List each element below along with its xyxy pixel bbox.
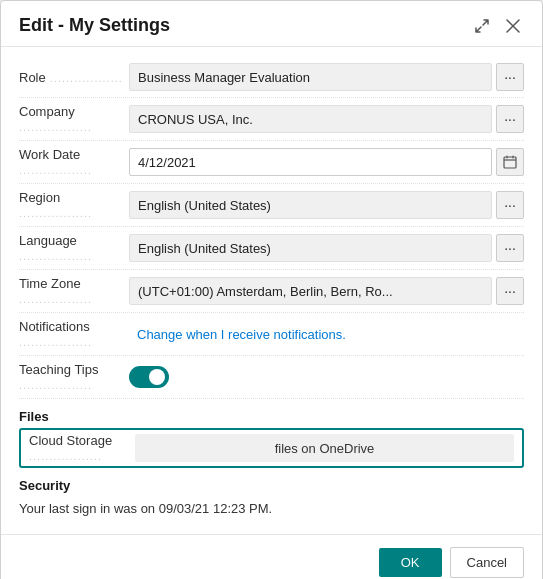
teaching-tips-toggle[interactable] [129,366,169,388]
timezone-label: Time Zone [19,276,129,306]
region-value-wrapper: English (United States) ··· [129,191,524,219]
notifications-value-wrapper: Change when I receive notifications. [129,322,524,347]
work-date-row: Work Date 4/12/2021 [19,141,524,184]
cancel-button[interactable]: Cancel [450,547,524,578]
language-value: English (United States) [129,234,492,262]
company-ellipsis-button[interactable]: ··· [496,105,524,133]
teaching-tips-toggle-wrapper [129,366,169,388]
files-section-label: Files [19,399,524,428]
language-row: Language English (United States) ··· [19,227,524,270]
cloud-storage-value: files on OneDrive [135,434,514,462]
dialog-body: Role Business Manager Evaluation ··· Com… [1,47,542,534]
notifications-link[interactable]: Change when I receive notifications. [129,322,524,347]
security-section-label: Security [19,472,524,497]
work-date-label: Work Date [19,147,129,177]
language-value-wrapper: English (United States) ··· [129,234,524,262]
toggle-slider [129,366,169,388]
work-date-value[interactable]: 4/12/2021 [129,148,492,176]
language-label: Language [19,233,129,263]
cloud-storage-label: Cloud Storage [21,433,131,463]
role-value: Business Manager Evaluation [129,63,492,91]
role-value-wrapper: Business Manager Evaluation ··· [129,63,524,91]
security-section: Security Your last sign in was on 09/03/… [19,472,524,524]
region-row: Region English (United States) ··· [19,184,524,227]
role-row: Role Business Manager Evaluation ··· [19,57,524,98]
dialog-title: Edit - My Settings [19,15,170,36]
language-ellipsis-button[interactable]: ··· [496,234,524,262]
timezone-value: (UTC+01:00) Amsterdam, Berlin, Bern, Ro.… [129,277,492,305]
security-signin-text: Your last sign in was on 09/03/21 12:23 … [19,497,524,524]
svg-rect-0 [504,157,516,168]
timezone-ellipsis-button[interactable]: ··· [496,277,524,305]
close-button[interactable] [502,17,524,35]
work-date-value-wrapper: 4/12/2021 [129,148,524,176]
ok-button[interactable]: OK [379,548,442,577]
edit-my-settings-dialog: Edit - My Settings Role Business Manager… [0,0,543,579]
role-label: Role [19,70,129,85]
calendar-button[interactable] [496,148,524,176]
header-actions [470,16,524,36]
timezone-value-wrapper: (UTC+01:00) Amsterdam, Berlin, Bern, Ro.… [129,277,524,305]
cloud-storage-row[interactable]: Cloud Storage files on OneDrive [19,428,524,468]
region-value: English (United States) [129,191,492,219]
teaching-tips-label: Teaching Tips [19,362,129,392]
company-label: Company [19,104,129,134]
role-ellipsis-button[interactable]: ··· [496,63,524,91]
dialog-header: Edit - My Settings [1,1,542,47]
company-value-wrapper: CRONUS USA, Inc. ··· [129,105,524,133]
region-label: Region [19,190,129,220]
company-value: CRONUS USA, Inc. [129,105,492,133]
timezone-row: Time Zone (UTC+01:00) Amsterdam, Berlin,… [19,270,524,313]
dialog-footer: OK Cancel [1,534,542,579]
teaching-tips-value-wrapper [129,366,524,388]
notifications-label: Notifications [19,319,129,349]
teaching-tips-row: Teaching Tips [19,356,524,399]
notifications-row: Notifications Change when I receive noti… [19,313,524,356]
expand-button[interactable] [470,16,494,36]
region-ellipsis-button[interactable]: ··· [496,191,524,219]
company-row: Company CRONUS USA, Inc. ··· [19,98,524,141]
